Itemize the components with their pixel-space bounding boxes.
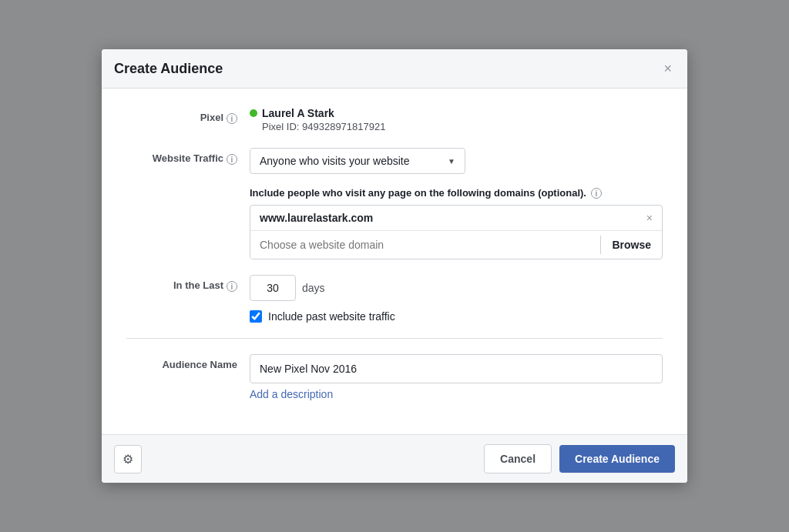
- browse-button[interactable]: Browse: [601, 231, 662, 259]
- settings-icon: ⚙: [123, 452, 133, 467]
- past-traffic-checkbox-label: Include past website traffic: [268, 310, 395, 323]
- website-traffic-label: Website Traffic i: [126, 148, 250, 165]
- days-input[interactable]: [250, 275, 296, 301]
- past-traffic-checkbox[interactable]: [250, 310, 262, 323]
- modal-footer: ⚙ Cancel Create Audience: [102, 434, 687, 483]
- domain-section: Include people who visit any page on the…: [250, 186, 663, 259]
- website-traffic-dropdown[interactable]: Anyone who visits your website ▼: [250, 148, 465, 174]
- modal-header: Create Audience ×: [102, 49, 687, 89]
- pixel-row: Pixel i Laurel A Stark Pixel ID: 9493289…: [126, 107, 663, 132]
- domain-section-label: Include people who visit any page on the…: [250, 186, 663, 199]
- in-the-last-label: In the Last i: [126, 275, 250, 292]
- domain-input-row: Browse: [250, 231, 662, 259]
- in-last-row: days: [250, 275, 663, 301]
- pixel-info-icon[interactable]: i: [227, 113, 237, 124]
- add-description-link[interactable]: Add a description: [250, 388, 333, 400]
- domain-tag-row: www.laurelastark.com ×: [250, 206, 662, 231]
- audience-name-row: Audience Name Add a description: [126, 354, 663, 400]
- modal-close-button[interactable]: ×: [660, 59, 675, 79]
- audience-name-label: Audience Name: [126, 354, 250, 370]
- domain-tag-close-button[interactable]: ×: [646, 212, 653, 224]
- domain-input[interactable]: [250, 231, 600, 259]
- website-traffic-content: Anyone who visits your website ▼ Include…: [250, 148, 663, 259]
- modal-title: Create Audience: [114, 61, 223, 77]
- website-traffic-row: Website Traffic i Anyone who visits your…: [126, 148, 663, 259]
- pixel-status-dot: [250, 109, 257, 117]
- pixel-label: Pixel i: [126, 107, 250, 124]
- pixel-content: Laurel A Stark Pixel ID: 949328971817921: [250, 107, 663, 132]
- pixel-name-row: Laurel A Stark: [250, 107, 663, 119]
- domain-tag-container: www.laurelastark.com × Browse: [250, 205, 663, 259]
- audience-name-content: Add a description: [250, 354, 663, 400]
- create-audience-modal: Create Audience × Pixel i Laurel A Stark…: [102, 49, 687, 483]
- domain-tag-value: www.laurelastark.com: [260, 212, 373, 224]
- pixel-id: Pixel ID: 949328971817921: [262, 121, 663, 132]
- modal-overlay: Create Audience × Pixel i Laurel A Stark…: [0, 0, 789, 532]
- create-audience-button[interactable]: Create Audience: [559, 445, 675, 473]
- in-the-last-content: days Include past website traffic: [250, 275, 663, 323]
- cancel-button[interactable]: Cancel: [484, 444, 552, 473]
- website-traffic-dropdown-value: Anyone who visits your website: [260, 155, 410, 167]
- pixel-name: Laurel A Stark: [262, 107, 334, 119]
- settings-button[interactable]: ⚙: [114, 445, 142, 473]
- website-traffic-info-icon[interactable]: i: [227, 154, 237, 165]
- modal-body: Pixel i Laurel A Stark Pixel ID: 9493289…: [102, 89, 687, 434]
- audience-name-input[interactable]: [250, 354, 663, 383]
- in-the-last-info-icon[interactable]: i: [227, 281, 237, 292]
- days-unit-label: days: [302, 282, 325, 294]
- footer-left: ⚙: [114, 445, 142, 473]
- past-traffic-checkbox-row: Include past website traffic: [250, 310, 663, 323]
- domain-info-icon[interactable]: i: [591, 188, 602, 199]
- footer-right: Cancel Create Audience: [484, 444, 675, 473]
- section-divider: [126, 338, 663, 339]
- in-the-last-row: In the Last i days Include past website …: [126, 275, 663, 323]
- dropdown-arrow-icon: ▼: [448, 157, 455, 166]
